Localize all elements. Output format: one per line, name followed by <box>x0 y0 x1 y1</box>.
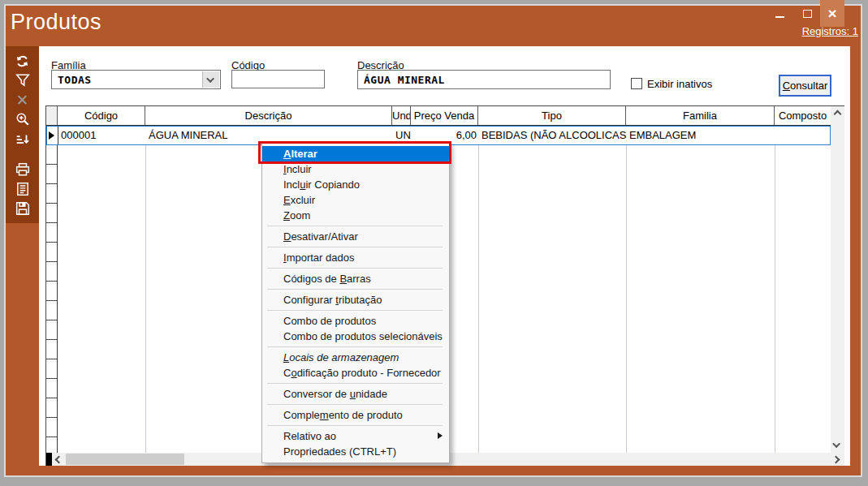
menu-item-incluir[interactable]: Incluir <box>262 161 449 177</box>
menu-item-alterar[interactable]: Alterar <box>262 146 449 161</box>
scrollbar-corner-block <box>46 453 52 466</box>
close-icon: × <box>827 6 836 21</box>
cell-codigo: 000001 <box>58 127 146 144</box>
cell-familia: EMBALAGEM <box>627 127 775 144</box>
menu-separator <box>267 346 443 347</box>
familia-dropdown-button[interactable] <box>202 71 219 88</box>
menu-item-desativar-ativar[interactable]: Desativar/Ativar <box>262 229 449 244</box>
menu-item-excluir[interactable]: Excluir <box>262 192 449 208</box>
col-header-tipo[interactable]: Tipo <box>478 106 626 125</box>
chevron-down-icon <box>832 440 840 448</box>
save-button[interactable] <box>11 199 34 218</box>
minimize-icon <box>775 16 784 18</box>
maximize-icon <box>803 10 812 18</box>
menu-item-combo-produtos-selecionaveis[interactable]: Combo de produtos selecionáveis <box>262 329 449 344</box>
print-icon <box>15 162 30 177</box>
codigo-input[interactable] <box>231 70 325 88</box>
cell-composto <box>775 127 830 144</box>
consultar-button[interactable]: Consultar <box>779 75 831 97</box>
col-header-descricao[interactable]: Descrição <box>145 106 392 125</box>
menu-separator <box>267 404 443 405</box>
col-header-codigo[interactable]: Código <box>58 106 145 125</box>
sort-icon <box>15 131 30 146</box>
menu-separator <box>267 383 443 384</box>
menu-item-propriedades[interactable]: Propriedades (CTRL+T) <box>262 444 449 459</box>
scroll-right-button[interactable] <box>829 453 843 466</box>
menu-separator <box>267 310 443 311</box>
menu-separator <box>267 289 443 290</box>
col-header-composto[interactable]: Composto <box>775 106 831 125</box>
toolbar: ✕ <box>6 46 39 223</box>
descricao-value: ÁGUA MINERAL <box>364 74 445 86</box>
menu-item-codificacao-produto-fornecedor[interactable]: Codificação produto - Fornecedor <box>262 365 449 381</box>
grid-header: Código Descrição Und Preço Venda Tipo Fa… <box>46 106 831 126</box>
col-header-familia[interactable]: Familia <box>626 106 775 125</box>
menu-item-relativo-ao[interactable]: Relativo ao <box>262 428 449 444</box>
indicator-header <box>46 106 58 125</box>
report-icon <box>15 182 30 196</box>
window-title: Produtos <box>11 10 101 35</box>
refresh-button[interactable] <box>11 51 34 71</box>
menu-item-zoom[interactable]: Zoom <box>262 208 449 223</box>
maximize-button[interactable] <box>794 0 820 27</box>
cell-preco: 6,00 <box>412 127 479 144</box>
menu-item-incluir-copiando[interactable]: Incluir Copiando <box>262 177 449 192</box>
current-row-indicator <box>47 127 58 144</box>
chevron-right-icon <box>832 455 840 463</box>
filter-icon <box>15 73 30 88</box>
horizontal-scroll-thumb[interactable] <box>66 454 184 465</box>
cell-tipo: BEBIDAS (NÃO ALCOOLICAS) <box>479 127 627 144</box>
zoom-icon <box>15 112 30 127</box>
menu-separator <box>267 268 443 269</box>
menu-separator <box>267 425 443 426</box>
scroll-up-button[interactable] <box>831 107 844 121</box>
menu-item-combo-de-produtos[interactable]: Combo de produtos <box>262 313 449 329</box>
row-indicator-column <box>46 126 58 453</box>
cancel-button[interactable]: ✕ <box>11 90 34 110</box>
col-header-und[interactable]: Und <box>392 106 411 125</box>
close-button[interactable]: × <box>820 0 844 27</box>
familia-value: TODAS <box>58 74 92 86</box>
cell-und: UN <box>393 127 412 144</box>
menu-item-locais-de-armazenagem[interactable]: Locais de armazenagem <box>262 350 449 365</box>
menu-item-complemento-de-produto[interactable]: Complemento de produto <box>262 407 449 423</box>
registros-link[interactable]: Registros: 1 <box>802 25 858 37</box>
chevron-down-icon <box>206 75 214 83</box>
context-menu: Alterar Incluir Incluir Copiando Excluir… <box>261 143 450 463</box>
exibir-inativos-checkbox[interactable] <box>631 78 642 89</box>
menu-separator <box>267 226 443 226</box>
sort-button[interactable] <box>11 129 34 148</box>
familia-select[interactable]: TODAS <box>51 70 221 89</box>
filter-button[interactable] <box>11 71 34 90</box>
cancel-icon: ✕ <box>16 92 29 108</box>
menu-separator <box>267 247 443 247</box>
menu-item-codigos-de-barras[interactable]: Códigos de Barras <box>262 271 449 286</box>
scroll-down-button[interactable] <box>831 438 844 452</box>
cell-descricao: ÁGUA MINERAL <box>146 127 393 144</box>
save-icon <box>15 201 30 216</box>
exibir-inativos-label: Exibir inativos <box>647 78 712 90</box>
vertical-scrollbar[interactable] <box>831 106 844 453</box>
zoom-button[interactable] <box>11 110 34 129</box>
scroll-left-button[interactable] <box>52 453 66 466</box>
col-header-preco-venda[interactable]: Preço Venda <box>411 106 478 125</box>
row-arrow-icon <box>49 131 54 140</box>
report-button[interactable] <box>11 179 34 199</box>
chevron-left-icon <box>55 455 63 463</box>
menu-item-conversor-de-unidade[interactable]: Conversor de unidade <box>262 386 449 402</box>
menu-item-configurar-tributacao[interactable]: Configurar tributação <box>262 292 449 308</box>
submenu-arrow-icon <box>438 432 443 439</box>
minimize-button[interactable] <box>766 0 794 27</box>
chevron-up-icon <box>834 110 842 118</box>
refresh-icon <box>15 54 30 69</box>
menu-item-importar-dados[interactable]: Importar dados <box>262 250 449 265</box>
print-button[interactable] <box>11 160 34 179</box>
descricao-input[interactable]: ÁGUA MINERAL <box>357 70 611 89</box>
